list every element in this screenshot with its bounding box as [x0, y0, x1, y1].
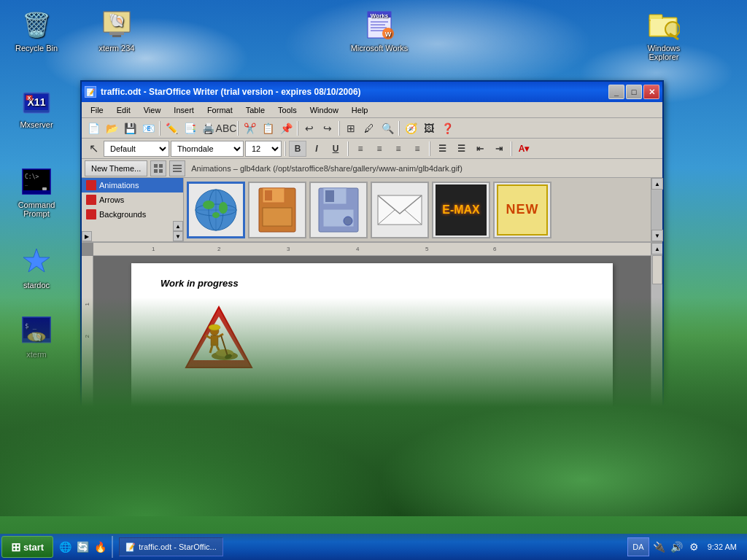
align-right-button[interactable]: ≡ [390, 141, 407, 157]
style-dropdown[interactable]: Default [104, 141, 169, 157]
gallery-view-grid[interactable] [150, 160, 166, 176]
scroll-right-button[interactable]: ▶ [651, 460, 662, 472]
find-button[interactable]: 🔍 [379, 120, 396, 136]
align-center-button[interactable]: ≡ [371, 141, 388, 157]
desktop-icon-msworks[interactable]: Works W Microsoft Works [350, 7, 409, 52]
quicklaunch-1[interactable]: 🔄 [75, 540, 90, 554]
gallery-thumb-globe[interactable] [187, 182, 245, 238]
cursor-btn[interactable]: ↖ [85, 141, 102, 157]
tray-misc[interactable]: ⚙ [687, 540, 702, 554]
help-button[interactable]: ❓ [438, 120, 456, 136]
quicklaunch-ie[interactable]: 🌐 [58, 540, 72, 554]
scroll-left-button[interactable]: ◀ [82, 460, 93, 472]
format-sep-3 [429, 141, 430, 156]
system-clock[interactable]: 9:32 AM [705, 542, 740, 551]
category-backgrounds[interactable]: Backgrounds [82, 207, 183, 222]
menu-file[interactable]: File [85, 104, 109, 116]
menu-view[interactable]: View [138, 104, 167, 116]
gallery-view-list[interactable] [169, 160, 185, 176]
scroll-page-up[interactable]: ▲▲ [651, 424, 662, 436]
desktop-icon-recycle[interactable]: 🗑️ Recycle Bin [7, 7, 66, 52]
open-button[interactable]: 📂 [103, 120, 120, 136]
new-theme-button[interactable]: New Theme... [85, 160, 147, 176]
category-arrows[interactable]: Arrows [82, 192, 183, 207]
gallery-thumb-email[interactable] [371, 182, 429, 238]
h-scroll-thumb[interactable] [106, 462, 164, 470]
gallery-thumb-emax[interactable]: E-MAX [432, 182, 490, 238]
close-button[interactable]: ✕ [643, 85, 659, 99]
save-button[interactable]: 💾 [121, 120, 139, 136]
menu-help[interactable]: Help [346, 104, 374, 116]
redo-button[interactable]: ↪ [319, 120, 336, 136]
language-button[interactable]: DA [627, 537, 649, 556]
pdf-button[interactable]: 📑 [181, 120, 198, 136]
tray-network[interactable]: 🔌 [652, 540, 667, 554]
indent-more-button[interactable]: ⇥ [490, 141, 508, 157]
copy-button[interactable]: 📋 [259, 120, 276, 136]
cut-button[interactable]: ✂️ [241, 120, 258, 136]
h-scroll-track[interactable] [105, 461, 651, 471]
new-doc-button[interactable]: 📄 [85, 120, 102, 136]
recycle-bin-label: Recycle Bin [7, 44, 66, 52]
desktop-icon-stardoc[interactable]: stardoc [7, 244, 66, 289]
scroll-page-down[interactable]: ▼▼ [651, 436, 662, 448]
font-color-button[interactable]: A▾ [515, 141, 533, 157]
start-button[interactable]: ⊞ start [1, 536, 53, 558]
taskbar-app-writer[interactable]: 📝 traffic.odt - StarOffic... [119, 537, 223, 556]
justify-button[interactable]: ≡ [409, 141, 426, 157]
category-expand[interactable]: ▶ [82, 231, 92, 241]
category-animations[interactable]: Animations [82, 178, 183, 192]
edit-doc-button[interactable]: ✏️ [163, 120, 180, 136]
indent-less-button[interactable]: ⇤ [471, 141, 489, 157]
maximize-button[interactable]: □ [626, 85, 642, 99]
extra-mode[interactable]: * [388, 472, 410, 487]
bold-button[interactable]: B [289, 141, 306, 157]
gallery-scrollbar: ▲ ▼ [651, 178, 662, 241]
align-left-button[interactable]: ≡ [352, 141, 369, 157]
doc-scroll-area[interactable]: Work in progress [93, 256, 651, 459]
menu-insert[interactable]: Insert [168, 104, 200, 116]
std-mode[interactable]: STD [315, 472, 352, 487]
table-button[interactable]: ⊞ [342, 120, 360, 136]
menu-tools[interactable]: Tools [272, 104, 303, 116]
menu-edit[interactable]: Edit [111, 104, 136, 116]
menu-window[interactable]: Window [304, 104, 344, 116]
gallery-scroll-down[interactable]: ▼ [651, 230, 663, 241]
scroll-up-button[interactable]: ▲ [651, 243, 662, 254]
paste-button[interactable]: 📌 [277, 120, 295, 136]
scroll-down-button[interactable]: ▼ [651, 448, 662, 459]
menu-format[interactable]: Format [201, 104, 239, 116]
desktop-icon-winexplorer[interactable]: Windows Explorer [635, 7, 693, 61]
desktop-icon-mxserver[interactable]: X11 X Mxserver [7, 84, 66, 129]
navigator-button[interactable]: 🧭 [402, 120, 419, 136]
numlist-button[interactable]: ☰ [452, 141, 470, 157]
scroll-thumb[interactable] [652, 255, 662, 284]
gallery-thumb-disk1[interactable] [248, 182, 306, 238]
desktop-icon-xterm234[interactable]: 🐚 xterm 234 [88, 7, 146, 52]
email-button[interactable]: 📧 [139, 120, 157, 136]
desktop-icon-cmdprompt[interactable]: C:\> _ Command Prompt [7, 164, 66, 218]
minimize-button[interactable]: _ [608, 85, 624, 99]
size-dropdown[interactable]: 12 [245, 141, 282, 157]
tray-sound[interactable]: 🔊 [670, 540, 684, 554]
italic-button[interactable]: I [308, 141, 325, 157]
insert-mode[interactable]: INSRT [271, 472, 315, 487]
gallery-button[interactable]: 🖼 [420, 120, 438, 136]
font-dropdown[interactable]: Thorndale [171, 141, 244, 157]
spellcheck-button[interactable]: ABC [217, 120, 235, 136]
gallery-thumb-disk2[interactable] [309, 182, 368, 238]
hyp-mode[interactable]: HYP [352, 472, 388, 487]
desktop-icon-xterm[interactable]: $ _ 🐚 xterm [7, 314, 66, 359]
gallery-thumb-new[interactable]: NEW [493, 182, 551, 238]
category-scroll-down[interactable]: ▼ [173, 231, 183, 241]
undo-button[interactable]: ↩ [301, 120, 318, 136]
underline-button[interactable]: U [327, 141, 344, 157]
draw-button[interactable]: 🖊 [360, 120, 378, 136]
menu-table[interactable]: Table [240, 104, 271, 116]
list-button[interactable]: ☰ [433, 141, 451, 157]
category-scroll-up[interactable]: ▲ [173, 221, 183, 231]
quicklaunch-2[interactable]: 🔥 [93, 540, 107, 554]
print-button[interactable]: 🖨️ [199, 120, 217, 136]
desktop-icon-firefox[interactable]: 🦊 firefox [7, 397, 66, 443]
gallery-scroll-up[interactable]: ▲ [651, 178, 663, 190]
